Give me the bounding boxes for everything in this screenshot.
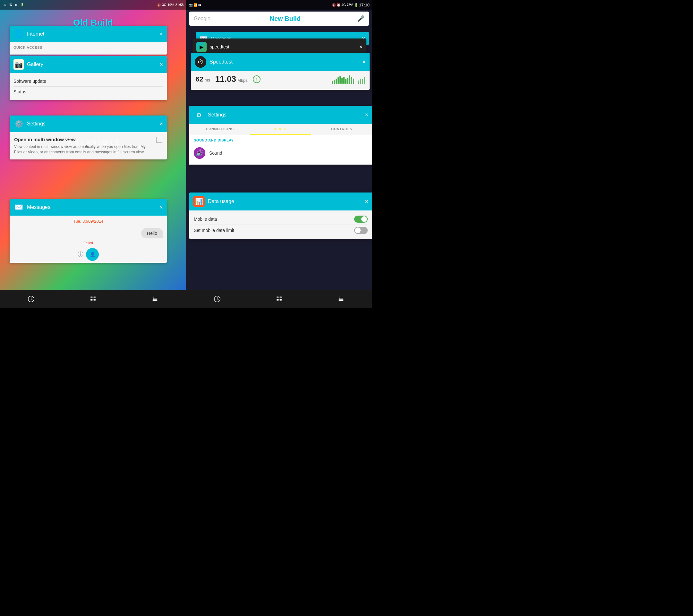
speedtest-card-close[interactable]: × (362, 59, 366, 65)
multi-window-row: Open in multi window view View content i… (14, 137, 162, 155)
settings-card-left-body: Open in multi window view View content i… (9, 132, 167, 159)
back-button-right[interactable] (209, 293, 225, 305)
speedtest-data-body: 62 ms 11.03 Mbps ↑ (191, 71, 370, 90)
speed-block: 11.03 Mbps (215, 74, 248, 84)
gallery-card-title: Gallery (27, 62, 156, 67)
battery-icon-right: 🔋 (354, 3, 358, 7)
google-text: Google (194, 16, 211, 21)
gallery-card-header: 📷 Gallery × (9, 56, 167, 73)
time-left: 21:58 (175, 3, 183, 7)
bar-3 (336, 79, 337, 84)
settings-body: SOUND AND DISPLAY 🔊 Sound (189, 135, 372, 164)
data-usage-icon: 📊 (193, 196, 205, 207)
home-button-left[interactable] (85, 293, 101, 305)
alarm-icon: ⏰ (337, 3, 340, 7)
software-update-item: Software update (14, 76, 163, 87)
status-item: Status (14, 87, 163, 97)
svg-rect-7 (153, 299, 158, 300)
gallery-card: 📷 Gallery × Software update Status (9, 56, 167, 100)
internet-card: 🌐 Internet × QUICK ACCESS (9, 26, 167, 55)
right-nav-bar (186, 290, 372, 308)
settings-card-right-close[interactable]: × (365, 112, 368, 118)
svg-rect-16 (339, 298, 343, 298)
signal-charts (266, 75, 365, 84)
sound-icon: 🔊 (194, 147, 205, 159)
google-search-bar[interactable]: Google New Build 🎤 (189, 12, 369, 26)
quick-access-label: QUICK ACCESS (14, 45, 163, 49)
right-panel: 📷 📶 ✉ 🔇 ⏰ 4G 73% 🔋 17:10 Google New Buil… (186, 0, 372, 308)
settings-card-right-title: Settings (208, 112, 361, 118)
settings-card-left-title: Settings (27, 121, 156, 127)
svg-rect-2 (94, 296, 96, 298)
internet-card-close[interactable]: × (159, 31, 163, 37)
data-usage-card: 📊 Data usage × Mobile data Set mobile da… (189, 193, 372, 239)
back-button-left[interactable] (23, 293, 39, 305)
svg-rect-3 (91, 299, 93, 301)
home-button-right[interactable] (271, 293, 287, 305)
bar-10 (349, 75, 350, 84)
svg-rect-12 (280, 296, 282, 298)
time-right: 17:10 (359, 3, 370, 7)
speedtest-play-close[interactable]: × (359, 44, 362, 51)
signal-right: 73% (347, 3, 353, 7)
settings-card-left-close[interactable]: × (159, 121, 163, 127)
right-status-bar: 📷 📶 ✉ 🔇 ⏰ 4G 73% 🔋 17:10 (186, 0, 372, 9)
ubar-4 (364, 77, 365, 84)
speedtest-card: ⏱ Speedtest × 62 ms 11.03 Mbps ↑ (191, 53, 370, 90)
right-status-right-icons: 🔇 ⏰ 4G 73% 🔋 17:10 (332, 3, 370, 7)
ubar-1 (358, 81, 359, 84)
left-status-bar: ⚠ 🖼 ▶ 🔋 🔇 3G 10% 21:58 (0, 0, 186, 9)
upload-signal-bars (358, 75, 365, 84)
bar-6 (341, 78, 343, 84)
network-type-right: 4G (341, 3, 345, 7)
bar-8 (345, 79, 346, 84)
speedtest-play-icon: ▶ (196, 42, 206, 52)
message-bubble-row: Hello (9, 227, 167, 240)
svg-rect-14 (280, 299, 282, 301)
messages-icon-left: ✉️ (14, 202, 24, 212)
multi-window-title: Open in multi window view (14, 137, 152, 142)
svg-rect-13 (277, 299, 278, 301)
svg-rect-11 (277, 296, 278, 298)
gallery-card-body: Software update Status (9, 73, 167, 100)
recents-button-right[interactable] (333, 293, 349, 305)
messages-card-left: ✉️ Messages × Tue, 30/09/2014 Hello Fail… (9, 199, 167, 263)
settings-card-left-header: ⚙️ Settings × (9, 116, 167, 132)
gallery-card-close[interactable]: × (159, 62, 163, 67)
set-limit-row: Set mobile data limit (194, 225, 368, 236)
signal-left: 10% (167, 3, 174, 7)
speedtest-play-title: speedtest (210, 44, 356, 49)
multi-window-desc: View content in multi window view automa… (14, 144, 152, 155)
speedtest-card-header: ⏱ Speedtest × (191, 53, 370, 71)
messages-card-left-close[interactable]: × (159, 204, 163, 210)
bar-4 (338, 77, 339, 84)
multi-window-checkbox[interactable] (156, 137, 162, 143)
sound-display-label: SOUND AND DISPLAY (194, 138, 368, 142)
tab-connections[interactable]: CONNECTIONS (189, 124, 250, 135)
recents-button-left[interactable] (147, 293, 163, 305)
microphone-icon[interactable]: 🎤 (357, 15, 364, 22)
image-icon: 🖼 (8, 3, 13, 7)
mute-icon-right: 🔇 (332, 3, 336, 7)
message-alert-row: ⓘ 👤 (9, 246, 167, 263)
internet-card-body: QUICK ACCESS (9, 42, 167, 55)
speedtest-app-icon: ⏱ (195, 56, 206, 68)
set-limit-toggle[interactable] (354, 227, 368, 234)
messages-date: Tue, 30/09/2014 (9, 216, 167, 227)
mail-icon: ✉ (198, 3, 201, 7)
data-usage-close[interactable]: × (365, 199, 368, 204)
alert-icon: ⚠ (3, 3, 7, 7)
speedtest-metrics: 62 ms 11.03 Mbps ↑ (195, 74, 365, 84)
tab-device[interactable]: DEVICE (250, 124, 311, 135)
settings-icon-right: ⚙ (193, 109, 205, 121)
mobile-data-toggle[interactable] (354, 216, 368, 223)
bar-2 (334, 80, 335, 84)
internet-icon: 🌐 (14, 29, 24, 39)
multi-window-content: Open in multi window view View content i… (14, 137, 152, 155)
upload-icon: ↑ (253, 75, 260, 83)
latency-value: 62 (195, 75, 203, 83)
message-bubble: Hello (141, 228, 163, 238)
svg-rect-1 (91, 296, 93, 298)
tab-controls[interactable]: CONTROLS (311, 124, 372, 135)
message-failed: Failed (9, 240, 167, 246)
